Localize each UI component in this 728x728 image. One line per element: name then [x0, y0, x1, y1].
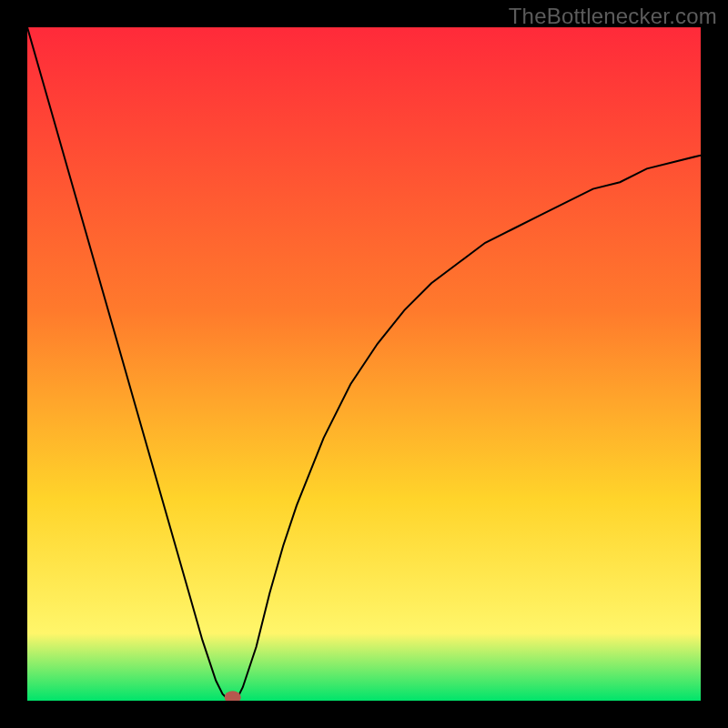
plot-area [27, 27, 701, 701]
chart-svg [27, 27, 701, 701]
watermark-text: TheBottlenecker.com [509, 4, 717, 29]
chart-frame: TheBottlenecker.com [0, 0, 728, 728]
